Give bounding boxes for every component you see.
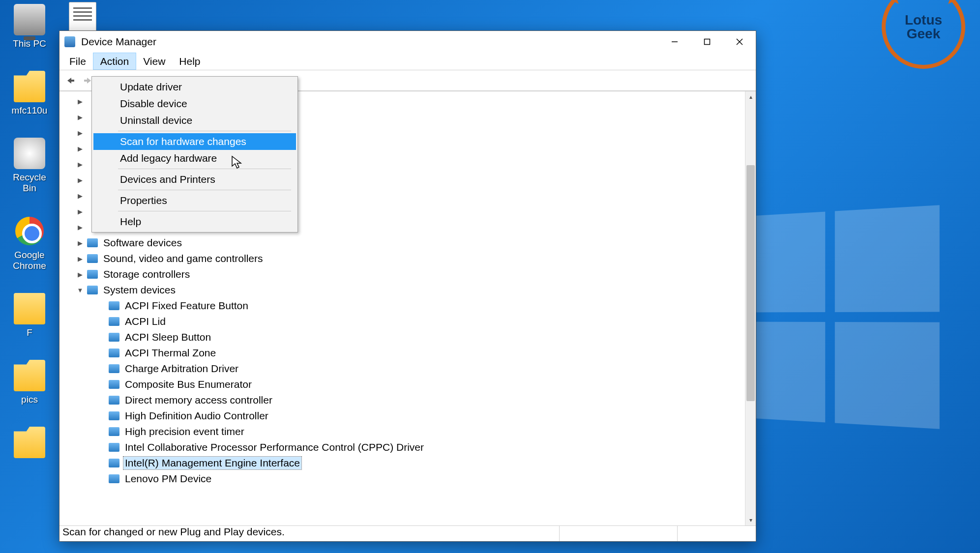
chevron-right-icon[interactable]: ▶ [75,114,85,121]
menu-item-devices-and-printers[interactable]: Devices and Printers [93,171,296,188]
chevron-right-icon[interactable]: ▶ [75,192,85,200]
folder-icon [14,360,45,391]
close-button[interactable] [723,31,756,53]
chevron-right-icon[interactable]: ▶ [75,255,85,262]
icon-label: Recycle Bin [5,172,54,194]
device-icon [109,349,119,357]
action-menu-dropdown: Update driverDisable deviceUninstall dev… [91,76,298,233]
desktop-icon-f[interactable]: F [5,293,54,338]
window-controls [658,31,756,53]
chevron-right-icon[interactable]: ▶ [75,161,85,168]
tree-item-acpi-fixed-feature-button[interactable]: ACPI Fixed Feature Button [59,298,745,314]
desktop-icon-mfc110u[interactable]: mfc110u [5,71,54,116]
node-label: Composite Bus Enumerator [123,378,253,391]
tree-item-intel-r-management-engine-interface[interactable]: Intel(R) Management Engine Interface [59,455,745,471]
tree-item-acpi-lid[interactable]: ACPI Lid [59,314,745,329]
chevron-right-icon[interactable]: ▶ [75,208,85,215]
device-icon [109,427,119,436]
close-icon [736,38,743,45]
node-label: Intel(R) Management Engine Interface [123,457,301,469]
chevron-right-icon[interactable]: ▶ [75,224,85,231]
node-label: Direct memory access controller [123,394,274,407]
device-icon [109,301,119,310]
menu-item-uninstall-device[interactable]: Uninstall device [93,112,296,129]
node-label: Storage controllers [102,268,191,281]
node-label: System devices [102,284,177,296]
chevron-down-icon[interactable]: ▼ [75,287,85,294]
desktop-icon-recycle-bin[interactable]: Recycle Bin [5,138,54,194]
tree-item-charge-arbitration-driver[interactable]: Charge Arbitration Driver [59,361,745,377]
menu-file[interactable]: File [62,53,93,70]
recycle-bin-icon [14,138,45,169]
desktop-icon-this-pc[interactable]: This PC [5,4,54,49]
chevron-right-icon[interactable]: ▶ [75,239,85,247]
maximize-button[interactable] [691,31,723,53]
desktop-icon-extra[interactable] [5,427,54,458]
titlebar[interactable]: Device Manager [59,31,756,53]
statusbar: Scan for changed or new Plug and Play de… [59,525,756,541]
desktop-icon-chrome[interactable]: Google Chrome [5,215,54,271]
menu-view[interactable]: View [136,53,172,70]
node-label: ACPI Thermal Zone [123,347,217,359]
scroll-up-button[interactable]: ▴ [745,91,756,102]
menu-help[interactable]: Help [172,53,207,70]
statusbar-cell3 [677,526,756,541]
tree-node-system-devices[interactable]: ▼System devices [59,282,745,298]
brand-logo: Lotus Geek [882,0,965,69]
desktop-icons: This PC mfc110u Recycle Bin Google Chrom… [0,0,59,461]
vertical-scrollbar[interactable]: ▴ ▾ [745,91,756,525]
tree-item-acpi-thermal-zone[interactable]: ACPI Thermal Zone [59,345,745,361]
statusbar-text: Scan for changed or new Plug and Play de… [61,526,559,541]
menu-separator [118,211,291,211]
windows-logo-wallpaper [732,205,940,429]
desktop-icon-pics[interactable]: pics [5,360,54,405]
chevron-right-icon[interactable]: ▶ [75,176,85,184]
icon-label: pics [5,394,54,405]
device-icon [109,333,119,342]
device-icon [109,459,119,467]
brand-line1: Lotus [905,13,942,27]
device-icon [109,396,119,405]
menu-item-help[interactable]: Help [93,213,296,230]
svg-rect-1 [705,39,710,45]
window-title: Device Manager [81,36,156,48]
menu-action[interactable]: Action [93,53,136,70]
tree-item-acpi-sleep-button[interactable]: ACPI Sleep Button [59,329,745,345]
menu-separator [118,169,291,169]
device-icon [109,443,119,452]
tree-item-high-precision-event-timer[interactable]: High precision event timer [59,424,745,439]
chevron-right-icon[interactable]: ▶ [75,129,85,137]
tree-item-direct-memory-access-controller[interactable]: Direct memory access controller [59,392,745,408]
tree-item-composite-bus-enumerator[interactable]: Composite Bus Enumerator [59,377,745,392]
tree-node-storage-controllers[interactable]: ▶Storage controllers [59,266,745,282]
tree-item-intel-collaborative-processor-performance-control-cppc-driver[interactable]: Intel Collaborative Processor Performanc… [59,439,745,455]
menu-separator [118,190,291,190]
scroll-thumb[interactable] [746,165,755,401]
chevron-right-icon[interactable]: ▶ [75,271,85,278]
node-label: High precision event timer [123,425,246,438]
tree-node-sound-video-and-game-controllers[interactable]: ▶Sound, video and game controllers [59,251,745,266]
menu-item-update-driver[interactable]: Update driver [93,79,296,95]
tree-item-high-definition-audio-controller[interactable]: High Definition Audio Controller [59,408,745,424]
back-button[interactable] [63,74,77,87]
category-icon [87,270,98,279]
pc-icon [14,4,45,35]
chevron-right-icon[interactable]: ▶ [75,145,85,152]
menu-item-scan-for-hardware-changes[interactable]: Scan for hardware changes [93,133,296,150]
chevron-right-icon[interactable]: ▶ [75,98,85,105]
tree-node-software-devices[interactable]: ▶Software devices [59,235,745,251]
menu-item-add-legacy-hardware[interactable]: Add legacy hardware [93,150,296,167]
menu-item-properties[interactable]: Properties [93,192,296,209]
menubar: File Action View Help [59,53,756,70]
node-label: Charge Arbitration Driver [123,362,240,375]
scroll-down-button[interactable]: ▾ [745,515,756,525]
device-icon [109,380,119,389]
minimize-button[interactable] [658,31,691,53]
chrome-icon [15,217,44,245]
maximize-icon [704,38,711,45]
tree-item-lenovo-pm-device[interactable]: Lenovo PM Device [59,471,745,487]
device-icon [109,474,119,483]
node-label: Sound, video and game controllers [102,252,265,265]
menu-item-disable-device[interactable]: Disable device [93,95,296,112]
statusbar-cell2 [559,526,677,541]
